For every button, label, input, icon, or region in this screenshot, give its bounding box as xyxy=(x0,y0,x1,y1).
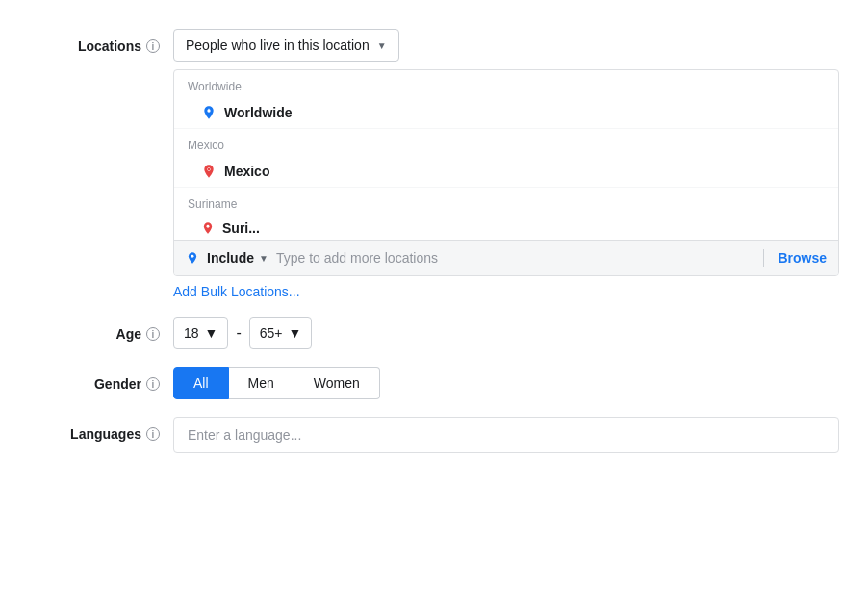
gender-button-group: All Men Women xyxy=(173,367,839,399)
include-chevron-icon: ▼ xyxy=(259,253,268,264)
svg-point-5 xyxy=(191,255,194,258)
languages-label: Languages xyxy=(70,426,141,442)
worldwide-pin-icon xyxy=(201,105,217,120)
locations-box: Worldwide Worldwide Mexico xyxy=(173,69,839,276)
browse-link[interactable]: Browse xyxy=(778,250,827,266)
locations-row: Locations i People who live in this loca… xyxy=(29,29,839,299)
languages-info-icon[interactable]: i xyxy=(146,427,160,441)
mexico-section-label: Mexico xyxy=(174,129,838,156)
gender-men-button[interactable]: Men xyxy=(229,367,294,399)
mexico-item[interactable]: Mexico xyxy=(174,156,838,187)
location-search-input[interactable] xyxy=(276,248,751,268)
age-max-dropdown[interactable]: 65+ ▼ xyxy=(249,317,313,349)
languages-label-group: Languages i xyxy=(29,417,173,442)
include-row: Include ▼ Browse xyxy=(174,240,838,275)
age-min-value: 18 xyxy=(184,325,199,341)
include-dropdown[interactable]: Include ▼ xyxy=(207,250,268,266)
age-dash: - xyxy=(236,324,241,342)
vertical-divider xyxy=(763,249,764,267)
worldwide-item[interactable]: Worldwide xyxy=(174,97,838,128)
age-content: 18 ▼ - 65+ ▼ xyxy=(173,317,839,349)
location-type-label: People who live in this location xyxy=(186,38,370,53)
suriname-section-label: Suriname xyxy=(174,188,838,215)
age-min-dropdown[interactable]: 18 ▼ xyxy=(173,317,228,349)
gender-label-group: Gender i xyxy=(29,367,173,392)
form-container: Locations i People who live in this loca… xyxy=(0,19,868,490)
mexico-item-label: Mexico xyxy=(224,164,269,179)
svg-point-4 xyxy=(207,225,210,228)
gender-content: All Men Women xyxy=(173,367,839,399)
include-pin-icon xyxy=(186,251,199,265)
locations-content: People who live in this location ▼ World… xyxy=(173,29,839,299)
worldwide-section-label: Worldwide xyxy=(174,70,838,97)
suriname-item-label: Suri... xyxy=(222,220,260,236)
languages-input[interactable] xyxy=(173,417,839,453)
include-label: Include xyxy=(207,250,254,266)
locations-info-icon[interactable]: i xyxy=(146,39,160,53)
age-max-chevron-icon: ▼ xyxy=(289,325,302,341)
locations-label-group: Locations i xyxy=(29,29,173,54)
suriname-pin-icon xyxy=(201,221,215,235)
age-label: Age xyxy=(116,326,141,342)
gender-label: Gender xyxy=(94,376,141,392)
mexico-pin-icon xyxy=(201,164,217,179)
age-row: Age i 18 ▼ - 65+ ▼ xyxy=(29,317,839,349)
languages-content xyxy=(173,417,839,453)
age-info-icon[interactable]: i xyxy=(146,327,160,341)
age-controls: 18 ▼ - 65+ ▼ xyxy=(173,317,839,349)
languages-row: Languages i xyxy=(29,417,839,453)
locations-label: Locations xyxy=(78,38,141,54)
age-min-chevron-icon: ▼ xyxy=(205,325,218,341)
worldwide-item-label: Worldwide xyxy=(224,105,293,120)
gender-women-button[interactable]: Women xyxy=(294,367,380,399)
gender-row: Gender i All Men Women xyxy=(29,367,839,399)
add-bulk-locations-link[interactable]: Add Bulk Locations... xyxy=(173,284,300,299)
suriname-item[interactable]: Suri... xyxy=(174,215,838,240)
location-type-dropdown[interactable]: People who live in this location ▼ xyxy=(173,29,399,62)
age-max-value: 65+ xyxy=(260,325,283,341)
gender-all-button[interactable]: All xyxy=(173,367,229,399)
age-label-group: Age i xyxy=(29,317,173,342)
chevron-down-icon: ▼ xyxy=(377,40,387,51)
gender-info-icon[interactable]: i xyxy=(146,377,160,391)
